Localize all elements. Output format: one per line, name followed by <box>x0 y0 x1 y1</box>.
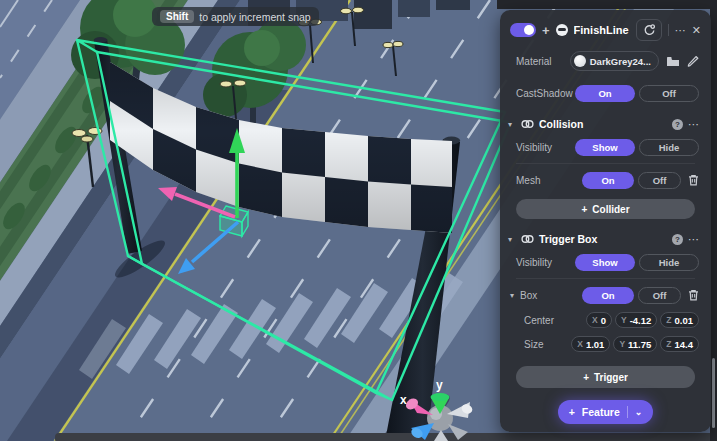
center-label: Center <box>524 315 586 326</box>
header-divider <box>668 24 669 36</box>
add-collider-label: Collider <box>592 204 629 215</box>
trigger-show-button[interactable]: Show <box>575 254 635 271</box>
gizmo-cube[interactable] <box>220 206 248 236</box>
axis-z-label: Z <box>666 315 671 325</box>
center-y-field[interactable]: Y -4.12 <box>615 312 657 328</box>
mesh-on-button[interactable]: On <box>582 172 634 189</box>
mesh-off-button[interactable]: Off <box>638 172 681 189</box>
object-icon <box>556 24 568 36</box>
cast-shadow-label: CastShadow <box>516 88 575 99</box>
panel-header: + FinishLine ⋯ ✕ <box>500 10 711 48</box>
box-row: ▾ Box On Off <box>500 282 711 308</box>
axis-y-label: Y <box>619 339 625 349</box>
trigger-box-header[interactable]: ▾ Trigger Box ? ⋯ <box>500 229 711 249</box>
plus-icon: + <box>583 372 589 383</box>
size-x-value: 1.01 <box>586 339 605 350</box>
box-label: Box <box>520 290 582 301</box>
plus-icon: + <box>569 406 575 418</box>
collision-show-button[interactable]: Show <box>575 139 635 156</box>
collision-section: ▾ Collision ? ⋯ Visibility Show Hide Mes… <box>500 112 711 221</box>
axis-y-label: Y <box>621 315 627 325</box>
scrollbar-thumb[interactable] <box>712 358 715 428</box>
node-graph-icon <box>643 24 655 36</box>
feature-button-divider <box>627 406 628 418</box>
window-top-strip <box>497 0 717 9</box>
material-row: Material DarkGrey24... <box>500 48 711 74</box>
more-options-icon[interactable]: ⋯ <box>675 25 686 36</box>
visibility-label: Visibility <box>516 142 575 153</box>
gizmo-label-x: x <box>400 393 407 407</box>
plus-icon: + <box>581 204 587 215</box>
center-x-value: 0 <box>601 315 606 326</box>
feature-label: Feature <box>582 406 620 418</box>
panel-title: FinishLine <box>574 24 630 36</box>
help-icon[interactable]: ? <box>672 119 683 130</box>
snap-tooltip: Shift to apply increment snap <box>152 7 319 26</box>
axis-z-label: Z <box>666 339 671 349</box>
visibility-label: Visibility <box>516 257 575 268</box>
box-off-button[interactable]: Off <box>638 287 681 304</box>
gizmo-label-y: y <box>436 378 443 392</box>
trigger-box-title: Trigger Box <box>539 233 667 245</box>
shift-key-badge: Shift <box>160 10 194 23</box>
collapse-caret-icon[interactable]: ▾ <box>510 291 518 300</box>
mesh-label: Mesh <box>516 175 582 186</box>
mesh-row: Mesh On Off <box>500 167 711 193</box>
size-z-field[interactable]: Z 14.4 <box>660 336 699 352</box>
chevron-down-icon[interactable]: ⌄ <box>635 407 643 417</box>
material-picker[interactable]: DarkGrey24... <box>570 51 659 71</box>
cast-shadow-on-button[interactable]: On <box>575 85 635 102</box>
trigger-visibility-row: Visibility Show Hide <box>500 249 711 275</box>
axis-x-label: X <box>577 339 583 349</box>
node-graph-button[interactable] <box>636 19 662 41</box>
add-feature-button[interactable]: + Feature ⌄ <box>558 400 654 424</box>
box-delete-button[interactable] <box>688 289 699 301</box>
trigger-hide-button[interactable]: Hide <box>639 254 699 271</box>
toggle-knob <box>524 25 534 35</box>
size-y-value: 11.75 <box>628 339 651 350</box>
enable-toggle[interactable] <box>510 23 536 37</box>
collapse-caret-icon[interactable]: ▾ <box>508 235 516 244</box>
trigger-box-more-icon[interactable]: ⋯ <box>688 234 699 245</box>
edit-pencil-icon[interactable] <box>687 55 699 67</box>
size-row: Size X 1.01 Y 11.75 Z 14.4 <box>500 332 711 356</box>
trigger-box-icon <box>521 234 534 244</box>
center-z-field[interactable]: Z 0.01 <box>660 312 699 328</box>
center-z-value: 0.01 <box>675 315 694 326</box>
close-icon[interactable]: ✕ <box>692 25 701 36</box>
cast-shadow-row: CastShadow On Off <box>500 80 711 106</box>
trash-icon <box>688 174 699 186</box>
size-x-field[interactable]: X 1.01 <box>571 336 610 352</box>
collision-icon <box>521 119 534 129</box>
row-divider <box>516 278 695 279</box>
collision-header[interactable]: ▾ Collision ? ⋯ <box>500 114 711 134</box>
collision-more-icon[interactable]: ⋯ <box>688 119 699 130</box>
add-collider-button[interactable]: + Collider <box>516 199 695 219</box>
material-label: Material <box>516 56 570 67</box>
collision-hide-button[interactable]: Hide <box>639 139 699 156</box>
size-z-value: 14.4 <box>675 339 694 350</box>
collision-title: Collision <box>539 118 667 130</box>
material-name: DarkGrey24... <box>590 56 651 67</box>
axis-x-label: X <box>592 315 598 325</box>
add-icon[interactable]: + <box>542 24 550 37</box>
size-y-field[interactable]: Y 11.75 <box>613 336 657 352</box>
snap-tooltip-text: to apply increment snap <box>199 11 310 23</box>
center-x-field[interactable]: X 0 <box>586 312 612 328</box>
add-trigger-button[interactable]: + Trigger <box>516 366 695 388</box>
center-y-value: -4.12 <box>630 315 652 326</box>
center-row: Center X 0 Y -4.12 Z 0.01 <box>500 308 711 332</box>
row-divider <box>516 163 695 164</box>
mesh-delete-button[interactable] <box>688 174 699 186</box>
collapse-caret-icon[interactable]: ▾ <box>508 120 516 129</box>
properties-panel: + FinishLine ⋯ ✕ Material DarkGrey24... <box>500 10 711 432</box>
collision-visibility-row: Visibility Show Hide <box>500 134 711 160</box>
help-icon[interactable]: ? <box>672 234 683 245</box>
folder-icon[interactable] <box>666 56 680 67</box>
trigger-box-section: ▾ Trigger Box ? ⋯ Visibility Show Hide ▾… <box>500 227 711 390</box>
material-swatch <box>574 55 586 67</box>
box-on-button[interactable]: On <box>582 287 634 304</box>
size-label: Size <box>524 339 571 350</box>
add-trigger-label: Trigger <box>594 372 628 383</box>
cast-shadow-off-button[interactable]: Off <box>639 85 699 102</box>
